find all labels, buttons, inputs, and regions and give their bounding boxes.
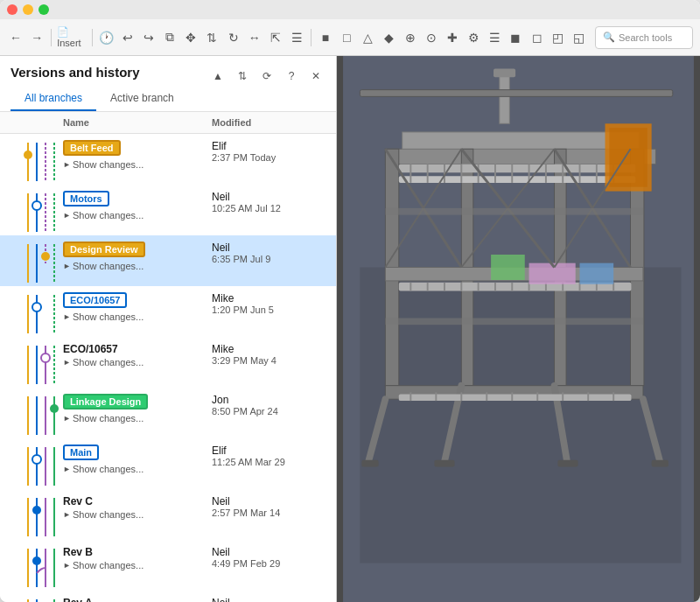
modified-by-rev-a: Neil bbox=[212, 597, 326, 602]
maximize-button[interactable] bbox=[38, 4, 49, 15]
tool1-icon[interactable]: ■ bbox=[317, 27, 334, 48]
tool9-icon[interactable]: ☰ bbox=[486, 27, 503, 48]
search-tool-input[interactable]: 🔍 Search tools bbox=[595, 26, 693, 49]
svg-point-22 bbox=[41, 354, 50, 362]
show-changes-label-motors: Show changes... bbox=[73, 210, 144, 220]
arrow-icon-motors: ► bbox=[63, 211, 71, 220]
history-icon[interactable]: 🕐 bbox=[98, 27, 116, 48]
scale-icon[interactable]: ⇱ bbox=[267, 27, 284, 48]
show-changes-linkage[interactable]: ► Show changes... bbox=[63, 413, 212, 424]
move-icon[interactable]: ✥ bbox=[182, 27, 200, 48]
graph-main bbox=[10, 442, 63, 486]
version-item-belt-feed[interactable]: Belt Feed ► Show changes... Elif 2:37 PM… bbox=[0, 134, 336, 185]
sort-icon[interactable]: ▲ bbox=[208, 66, 228, 86]
main-content: Versions and history ▲ ⇅ ⟳ ? ✕ All branc… bbox=[0, 56, 700, 602]
tool11-icon[interactable]: ◻ bbox=[528, 27, 546, 48]
modified-rev-b: Neil 4:49 PM Feb 29 bbox=[212, 543, 326, 569]
tool2-icon[interactable]: □ bbox=[338, 27, 355, 48]
arrow-icon-linkage: ► bbox=[63, 414, 71, 423]
arrow-icon-eco-2: ► bbox=[63, 358, 71, 367]
tool4-icon[interactable]: ◆ bbox=[380, 27, 397, 48]
version-content-rev-a: Rev A ► Show changes... bbox=[63, 594, 212, 602]
show-changes-eco-2[interactable]: ► Show changes... bbox=[63, 357, 212, 368]
show-changes-main[interactable]: ► Show changes... bbox=[63, 464, 212, 474]
graph-rev-a bbox=[10, 594, 63, 602]
tool10-icon[interactable]: ◼ bbox=[507, 27, 524, 48]
modified-by-rev-b: Neil bbox=[212, 546, 326, 558]
close-button[interactable] bbox=[7, 4, 18, 15]
version-item-main[interactable]: Main ► Show changes... Elif 11:25 AM Mar… bbox=[0, 438, 336, 489]
graph-svg-eco-1 bbox=[10, 295, 63, 333]
version-item-rev-a[interactable]: Rev A ► Show changes... Neil 4:42 PM Feb… bbox=[0, 591, 336, 602]
modified-by-eco-1: Mike bbox=[212, 292, 326, 304]
version-item-rev-c[interactable]: Rev C ► Show changes... Neil 2:57 PM Mar… bbox=[0, 489, 336, 540]
undo-icon[interactable]: ↩ bbox=[119, 27, 136, 48]
toolbar: ← → 📄 Insert 🕐 ↩ ↪ ⧉ ✥ ⇅ ↻ ↔ ⇱ ☰ ■ □ △ ◆… bbox=[0, 19, 700, 56]
search-tool-label: Search tools bbox=[619, 32, 672, 43]
insert-icon[interactable]: 📄 Insert bbox=[57, 27, 87, 48]
svg-rect-100 bbox=[580, 263, 614, 284]
transform-icon[interactable]: ⇅ bbox=[203, 27, 220, 48]
arrow-icon-eco-1: ► bbox=[63, 312, 71, 321]
graph-svg-main bbox=[10, 447, 63, 486]
svg-rect-120 bbox=[385, 318, 643, 325]
show-changes-rev-b[interactable]: ► Show changes... bbox=[63, 560, 212, 570]
tool8-icon[interactable]: ⚙ bbox=[465, 27, 482, 48]
show-changes-eco-1[interactable]: ► Show changes... bbox=[63, 312, 212, 322]
show-changes-design-review-1[interactable]: ► Show changes... bbox=[63, 261, 212, 271]
modified-date-rev-b: 4:49 PM Feb 29 bbox=[212, 558, 326, 569]
align-icon[interactable]: ☰ bbox=[288, 27, 305, 48]
modified-date-motors: 10:25 AM Jul 12 bbox=[212, 203, 326, 214]
show-changes-motors[interactable]: ► Show changes... bbox=[63, 210, 212, 220]
version-tag-linkage: Linkage Design bbox=[63, 394, 212, 411]
refresh-icon[interactable]: ⟳ bbox=[257, 66, 276, 86]
tag-label-main: Main bbox=[63, 444, 99, 460]
tab-all-branches[interactable]: All branches bbox=[10, 87, 96, 111]
graph-eco-2 bbox=[10, 340, 63, 384]
minimize-button[interactable] bbox=[23, 4, 33, 15]
mirror-icon[interactable]: ↔ bbox=[246, 27, 263, 48]
show-changes-label-eco-1: Show changes... bbox=[73, 312, 144, 322]
version-item-motors[interactable]: Motors ► Show changes... Neil 10:25 AM J… bbox=[0, 185, 336, 235]
tab-active-branch[interactable]: Active branch bbox=[96, 87, 188, 111]
back-button[interactable]: ← bbox=[7, 27, 24, 48]
version-item-eco-2[interactable]: ECO/10657 ► Show changes... Mike 3:29 PM… bbox=[0, 337, 336, 388]
tool3-icon[interactable]: △ bbox=[359, 27, 376, 48]
panel-header: Versions and history ▲ ⇅ ⟳ ? ✕ All branc… bbox=[0, 56, 336, 112]
branch-icon[interactable]: ⇅ bbox=[233, 66, 252, 86]
modified-by-linkage: Jon bbox=[212, 394, 326, 406]
version-content-linkage: Linkage Design ► Show changes... bbox=[63, 391, 212, 424]
graph-design-review-1 bbox=[10, 239, 63, 283]
close-panel-icon[interactable]: ✕ bbox=[306, 66, 326, 86]
tool7-icon[interactable]: ✚ bbox=[444, 27, 461, 48]
3d-scene-svg bbox=[337, 56, 700, 602]
version-item-design-review-1[interactable]: Design Review ► Show changes... Neil 6:3… bbox=[0, 235, 336, 286]
copy-icon[interactable]: ⧉ bbox=[161, 27, 178, 48]
modified-date-eco-1: 1:20 PM Jun 5 bbox=[212, 304, 326, 315]
panel-title-row: Versions and history ▲ ⇅ ⟳ ? ✕ bbox=[10, 65, 326, 87]
show-changes-belt-feed[interactable]: ► Show changes... bbox=[63, 159, 212, 170]
tool12-icon[interactable]: ◰ bbox=[550, 27, 567, 48]
version-name-rev-a: Rev A bbox=[63, 597, 212, 602]
version-content-rev-c: Rev C ► Show changes... bbox=[63, 493, 212, 520]
graph-linkage bbox=[10, 391, 63, 435]
graph-motors bbox=[10, 188, 63, 232]
help-icon[interactable]: ? bbox=[282, 66, 301, 86]
tag-label-linkage: Linkage Design bbox=[63, 394, 148, 410]
version-item-linkage[interactable]: Linkage Design ► Show changes... Jon 8:5… bbox=[0, 388, 336, 438]
forward-button[interactable]: → bbox=[28, 27, 46, 48]
show-changes-rev-c[interactable]: ► Show changes... bbox=[63, 509, 212, 520]
rotate-icon[interactable]: ↻ bbox=[225, 27, 242, 48]
version-item-rev-b[interactable]: Rev B ► Show changes... Neil 4:49 PM Feb… bbox=[0, 540, 336, 591]
svg-rect-66 bbox=[399, 164, 635, 173]
graph-svg-linkage bbox=[10, 396, 63, 435]
show-changes-label-belt-feed: Show changes... bbox=[73, 159, 144, 170]
versions-list: Belt Feed ► Show changes... Elif 2:37 PM… bbox=[0, 134, 336, 602]
tool5-icon[interactable]: ⊕ bbox=[402, 27, 419, 48]
tool6-icon[interactable]: ⊙ bbox=[423, 27, 440, 48]
redo-icon[interactable]: ↪ bbox=[140, 27, 158, 48]
svg-rect-117 bbox=[494, 68, 515, 77]
tool13-icon[interactable]: ◱ bbox=[570, 27, 588, 48]
main-window: ← → 📄 Insert 🕐 ↩ ↪ ⧉ ✥ ⇅ ↻ ↔ ⇱ ☰ ■ □ △ ◆… bbox=[0, 0, 700, 602]
version-item-eco-1[interactable]: ECO/10657 ► Show changes... Mike 1:20 PM… bbox=[0, 286, 336, 337]
